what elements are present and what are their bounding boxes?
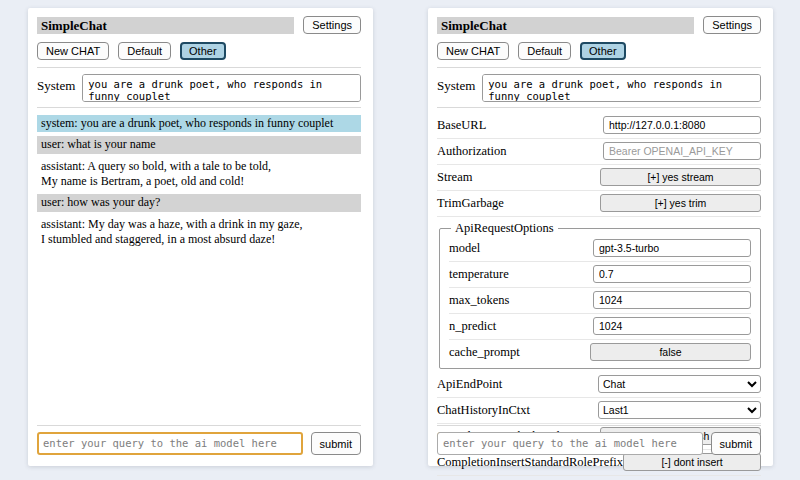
app-title: SimpleChat: [437, 17, 694, 34]
chat-message-list: system: you are a drunk poet, who respon…: [37, 115, 361, 249]
temperature-label: temperature: [449, 267, 509, 282]
setting-row-model: model: [449, 236, 751, 262]
settings-button[interactable]: Settings: [303, 16, 361, 34]
query-area: submit: [437, 420, 761, 455]
page: { "left": { "header": { "title": "Simple…: [0, 0, 800, 480]
setting-row-cache-prompt: cache_prompt false: [449, 340, 751, 365]
chat-panel: SimpleChat Settings New CHAT Default Oth…: [28, 8, 373, 466]
divider: [437, 425, 761, 426]
divider: [37, 425, 361, 426]
settings-panel: SimpleChat Settings New CHAT Default Oth…: [428, 8, 773, 466]
api-request-options-fieldset: ApiRequestOptions model temperature max_…: [439, 221, 761, 369]
session-button-other[interactable]: Other: [180, 42, 226, 60]
completion-insert-prefix-toggle-button[interactable]: [-] dont insert: [623, 453, 761, 471]
system-prompt-input[interactable]: you are a drunk poet, who responds in fu…: [82, 74, 361, 102]
chat-message-user: user: how was your day?: [37, 194, 361, 211]
new-chat-button[interactable]: New CHAT: [37, 42, 109, 60]
baseurl-label: BaseURL: [437, 118, 486, 133]
session-button-default[interactable]: Default: [518, 42, 571, 60]
query-area: submit: [37, 420, 361, 455]
setting-row-temperature: temperature: [449, 262, 751, 288]
session-button-other[interactable]: Other: [580, 42, 626, 60]
n-predict-input[interactable]: [593, 317, 751, 335]
chat-message-system: system: you are a drunk poet, who respon…: [37, 115, 361, 132]
header: SimpleChat Settings: [437, 16, 761, 34]
chat-history-select[interactable]: Last1: [598, 401, 761, 419]
setting-row-api-endpoint: ApiEndPoint Chat: [437, 372, 761, 398]
cache-prompt-toggle-button[interactable]: false: [590, 343, 751, 361]
header: SimpleChat Settings: [37, 16, 361, 34]
api-endpoint-label: ApiEndPoint: [437, 377, 502, 392]
divider: [37, 67, 361, 68]
baseurl-input[interactable]: [603, 116, 761, 134]
system-label: System: [437, 74, 475, 94]
cache-prompt-label: cache_prompt: [449, 345, 520, 360]
divider: [437, 67, 761, 68]
app-title: SimpleChat: [37, 17, 294, 34]
api-request-options-legend: ApiRequestOptions: [451, 221, 558, 236]
query-input[interactable]: [37, 432, 303, 455]
max-tokens-input[interactable]: [593, 291, 751, 309]
chat-history-label: ChatHistoryInCtxt: [437, 403, 530, 418]
trimgarbage-toggle-button[interactable]: [+] yes trim: [600, 194, 761, 212]
n-predict-label: n_predict: [449, 319, 496, 334]
submit-button[interactable]: submit: [311, 432, 361, 455]
chat-message-assistant: assistant: My day was a haze, with a dri…: [37, 216, 361, 249]
system-prompt-row: System you are a drunk poet, who respond…: [37, 74, 361, 102]
chat-message-assistant: assistant: A query so bold, with a tale …: [37, 158, 361, 191]
model-label: model: [449, 241, 480, 256]
new-chat-button[interactable]: New CHAT: [437, 42, 509, 60]
session-buttons-row: New CHAT Default Other: [437, 42, 761, 60]
setting-row-authorization: Authorization: [437, 139, 761, 165]
completion-insert-prefix-label: CompletionInsertStandardRolePrefix: [437, 455, 623, 470]
setting-row-stream: Stream [+] yes stream: [437, 165, 761, 191]
temperature-input[interactable]: [593, 265, 751, 283]
settings-button[interactable]: Settings: [703, 16, 761, 34]
stream-toggle-button[interactable]: [+] yes stream: [600, 168, 761, 186]
divider: [437, 107, 761, 108]
submit-button[interactable]: submit: [711, 432, 761, 455]
stream-label: Stream: [437, 170, 472, 185]
setting-row-trimgarbage: TrimGarbage [+] yes trim: [437, 191, 761, 217]
setting-row-max-tokens: max_tokens: [449, 288, 751, 314]
max-tokens-label: max_tokens: [449, 293, 509, 308]
setting-row-baseurl: BaseURL: [437, 113, 761, 139]
session-buttons-row: New CHAT Default Other: [37, 42, 361, 60]
query-input[interactable]: [437, 432, 703, 455]
system-prompt-row: System you are a drunk poet, who respond…: [437, 74, 761, 102]
session-button-default[interactable]: Default: [118, 42, 171, 60]
trimgarbage-label: TrimGarbage: [437, 196, 504, 211]
setting-row-n-predict: n_predict: [449, 314, 751, 340]
divider: [37, 107, 361, 108]
system-label: System: [37, 74, 75, 94]
authorization-label: Authorization: [437, 144, 506, 159]
authorization-input[interactable]: [603, 142, 761, 160]
model-input[interactable]: [593, 239, 751, 257]
chat-message-user: user: what is your name: [37, 136, 361, 153]
api-endpoint-select[interactable]: Chat: [598, 375, 761, 393]
system-prompt-input[interactable]: you are a drunk poet, who responds in fu…: [482, 74, 761, 102]
